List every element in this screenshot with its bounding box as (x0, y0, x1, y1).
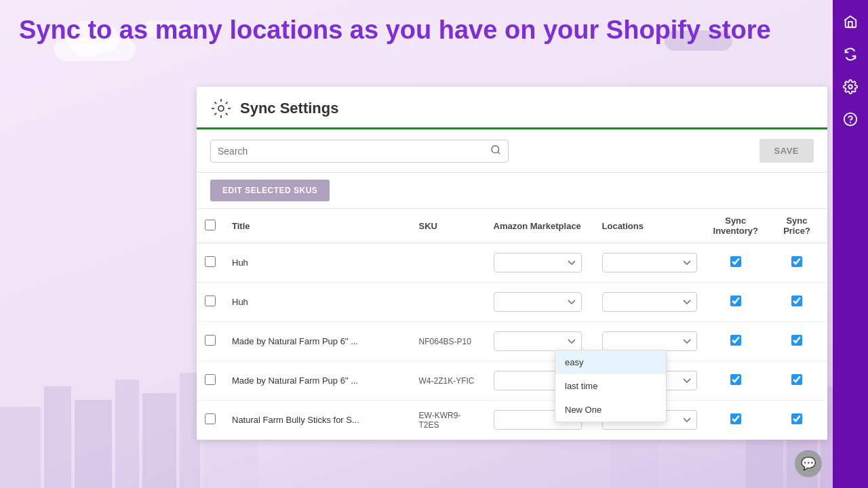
row-checkbox-cell (197, 361, 224, 401)
right-sidebar (833, 0, 868, 488)
row-title: Natural Farm Bully Sticks for S... (224, 401, 411, 440)
sync-price-checkbox[interactable] (791, 296, 802, 306)
row-checkbox[interactable] (205, 374, 216, 385)
table-row: Huh (197, 243, 827, 283)
title-col-header: Title (224, 209, 411, 243)
sync-inventory-checkbox[interactable] (730, 256, 741, 267)
main-panel: Sync Settings SAVE EDIT SELECTED SKUS (197, 87, 827, 440)
row-sync-inventory (705, 361, 766, 401)
row-sku (411, 283, 486, 322)
table-wrapper: Title SKU Amazon Marketplace Locations S… (197, 209, 827, 440)
marketplace-col-header: Amazon Marketplace (486, 209, 594, 243)
row-sku: W4-2Z1K-YFIC (411, 361, 486, 401)
svg-rect-2 (75, 400, 112, 488)
sync-price-checkbox[interactable] (791, 413, 802, 424)
select-all-checkbox[interactable] (205, 220, 216, 230)
locations-dropdown[interactable] (602, 253, 697, 272)
chat-bubble[interactable]: 💬 (795, 450, 822, 477)
row-sync-inventory (705, 401, 766, 440)
row-title: Huh (224, 243, 411, 283)
marketplace-dropdown[interactable] (494, 292, 582, 312)
row-sku (411, 243, 486, 283)
sync-price-col-header: Sync Price? (766, 209, 827, 243)
search-input[interactable] (218, 146, 490, 157)
search-container (210, 140, 509, 163)
table-row: Made by Natural Farm Pup 6" ... W4-2Z1K-… (197, 361, 827, 401)
row-sync-price (766, 322, 827, 361)
dropdown-option-new-one[interactable]: New One (555, 398, 666, 422)
sync-settings-table: Title SKU Amazon Marketplace Locations S… (197, 209, 827, 440)
row-checkbox[interactable] (205, 335, 216, 346)
sync-inventory-checkbox[interactable] (730, 335, 741, 346)
row-checkbox[interactable] (205, 413, 216, 424)
panel-header: Sync Settings (197, 87, 827, 129)
sync-price-checkbox[interactable] (791, 335, 802, 346)
svg-line-16 (498, 152, 500, 154)
svg-rect-1 (44, 386, 71, 488)
toolbar: SAVE (197, 129, 827, 173)
row-sync-inventory (705, 283, 766, 322)
row-sku: EW-KWR9-T2ES (411, 401, 486, 440)
settings-icon[interactable] (837, 73, 864, 100)
row-sync-inventory (705, 322, 766, 361)
sync-inventory-checkbox[interactable] (730, 413, 741, 424)
sync-inventory-checkbox[interactable] (730, 374, 741, 385)
refresh-icon[interactable] (837, 41, 864, 68)
table-row: Made by Natural Farm Pup 6" ... NF064BS-… (197, 322, 827, 361)
sync-inventory-checkbox[interactable] (730, 296, 741, 306)
save-button[interactable]: SAVE (760, 139, 814, 163)
svg-point-11 (848, 85, 852, 89)
row-marketplace (486, 243, 594, 283)
svg-rect-3 (115, 380, 139, 488)
help-icon[interactable] (837, 106, 864, 133)
row-checkbox-cell (197, 322, 224, 361)
row-checkbox-cell (197, 243, 224, 283)
sync-price-checkbox[interactable] (791, 374, 802, 385)
row-title: Huh (224, 283, 411, 322)
row-sync-price (766, 361, 827, 401)
row-checkbox-cell (197, 283, 224, 322)
chat-icon: 💬 (801, 456, 816, 471)
row-sku: NF064BS-P10 (411, 322, 486, 361)
sync-price-checkbox[interactable] (791, 256, 802, 267)
locations-col-header: Locations (594, 209, 705, 243)
panel-gear-icon (210, 98, 232, 119)
select-all-header (197, 209, 224, 243)
row-checkbox[interactable] (205, 256, 216, 267)
marketplace-dropdown[interactable] (494, 331, 582, 351)
search-icon[interactable] (490, 144, 501, 158)
row-checkbox[interactable] (205, 296, 216, 306)
table-row: Huh (197, 283, 827, 322)
svg-rect-0 (0, 407, 41, 488)
locations-dropdown-popup: easy last time New One (555, 350, 667, 422)
dropdown-option-easy[interactable]: easy (555, 350, 666, 374)
edit-row: EDIT SELECTED SKUS (197, 173, 827, 209)
row-title: Made by Natural Farm Pup 6" ... (224, 322, 411, 361)
row-locations (594, 283, 705, 322)
row-sync-price (766, 283, 827, 322)
locations-dropdown[interactable] (602, 331, 697, 351)
table-row: Natural Farm Bully Sticks for S... EW-KW… (197, 401, 827, 440)
row-checkbox-cell (197, 401, 224, 440)
svg-point-15 (492, 146, 499, 153)
svg-rect-4 (142, 393, 176, 488)
sku-col-header: SKU (411, 209, 486, 243)
edit-selected-skus-button[interactable]: EDIT SELECTED SKUS (210, 180, 330, 201)
row-title: Made by Natural Farm Pup 6" ... (224, 361, 411, 401)
row-sync-price (766, 401, 827, 440)
panel-title: Sync Settings (240, 100, 338, 117)
marketplace-dropdown[interactable] (494, 253, 582, 272)
row-sync-price (766, 243, 827, 283)
row-sync-inventory (705, 243, 766, 283)
sync-inventory-col-header: Sync Inventory? (705, 209, 766, 243)
page-headline: Sync to as many locations as you have on… (19, 15, 771, 46)
home-icon[interactable] (837, 8, 864, 35)
svg-point-14 (218, 106, 224, 111)
dropdown-option-last-time[interactable]: last time (555, 374, 666, 398)
row-marketplace (486, 283, 594, 322)
row-locations (594, 243, 705, 283)
locations-dropdown[interactable] (602, 292, 697, 312)
